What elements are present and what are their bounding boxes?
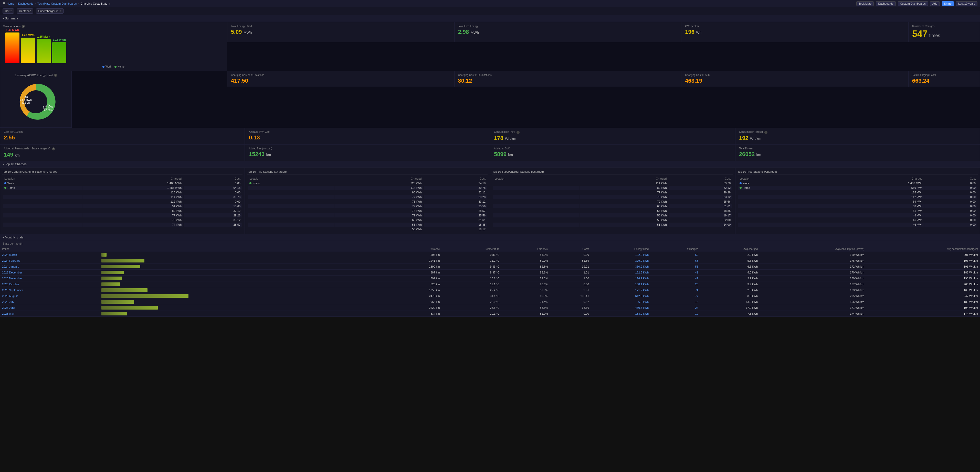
charges-link[interactable]: 41 — [695, 271, 698, 274]
add-btn[interactable]: Add — [930, 1, 940, 6]
table-row: 55 kWh19.17 — [493, 213, 732, 217]
table-row: 125 kWh0.00 — [738, 190, 977, 195]
monthly-row: 2023 May834 km20.1 °C81.9%0.00138.9 kWh1… — [0, 311, 980, 317]
energy-link[interactable]: 171.2 kWh — [635, 288, 649, 291]
info-icon-net[interactable]: i — [517, 131, 520, 134]
period-link[interactable]: 2024 February — [2, 259, 21, 262]
ac-label: AC 3.42 MWh 67.09% — [43, 103, 54, 112]
location-dot — [4, 187, 6, 189]
top10-free-card: Top 10 Free Stations (Charged) Location … — [735, 168, 980, 234]
table-row: 80 kWh32.12 — [248, 190, 487, 195]
breadcrumb-teslamate[interactable]: TeslaMate Custom Dashboards — [37, 2, 76, 5]
charges-link[interactable]: 41 — [695, 277, 698, 280]
bar-other: 1.25 MWh — [37, 35, 51, 63]
period-link[interactable]: 2023 September — [2, 288, 23, 291]
monthly-bar — [102, 306, 158, 310]
monthly-section-header[interactable]: ▾ Monthly Stats — [0, 234, 980, 241]
energy-link[interactable]: 360.9 kWh — [635, 265, 649, 268]
charges-link[interactable]: 68 — [695, 259, 698, 262]
menu-icon[interactable]: ☰ — [3, 2, 5, 5]
charges-link[interactable]: 74 — [695, 288, 698, 291]
period-link[interactable]: 2024 March — [2, 253, 17, 257]
breadcrumb-home[interactable]: Home — [7, 2, 14, 5]
energy-link[interactable]: 138.9 kWh — [635, 312, 649, 315]
pie-info-icon[interactable]: i — [54, 74, 57, 77]
energy-link[interactable]: 612.6 kWh — [635, 295, 649, 298]
monthly-table-wrapper: Period Distance Temperature Efficiency C… — [0, 246, 980, 317]
info-icon-gross[interactable]: i — [764, 131, 767, 134]
table-row: 65 kWh31.61 — [248, 218, 487, 222]
avg-kwh-cost-card: Average kWh Cost 0.13 — [245, 128, 490, 144]
table-row: 48 kWh0.00 — [738, 213, 977, 217]
star-icon[interactable]: ☆ — [109, 2, 111, 5]
car-filter[interactable]: Car ▾ — [3, 8, 14, 14]
top10-free-table: Location Charged Cost Work1,403 MWh0.00H… — [738, 176, 978, 227]
bar-chart-bars: 1.40 MWh 1.28 MWh 1.25 MWh 1.15 MWh — [3, 30, 224, 63]
cost-ac-card: Charging Cost at AC Stations 417.50 — [227, 71, 454, 87]
table-row: 114 kWh39.78 — [493, 181, 732, 185]
table-row: 75 kWh33.12 — [493, 195, 732, 199]
chart-title-text: Main locations — [3, 25, 21, 28]
monthly-bar-cell — [99, 270, 394, 276]
monthly-bar — [102, 265, 140, 268]
monthly-row: 2024 March508 km9.83 °C84.2%0.00102.0 kW… — [0, 252, 980, 258]
period-link[interactable]: 2023 December — [2, 271, 22, 274]
geofence-filter[interactable]: Geofence — [17, 8, 33, 14]
custom-dashboards-btn[interactable]: Custom Dashboards — [898, 1, 928, 6]
energy-link[interactable]: 430.3 kWh — [635, 306, 649, 309]
energy-link[interactable]: 26.9 kWh — [637, 300, 649, 303]
share-btn[interactable]: Share — [942, 1, 954, 6]
cost-100km-card: Cost per 100 km 2.55 — [0, 128, 245, 144]
timerange-btn[interactable]: Last 10 years — [956, 1, 977, 6]
top10-title: Top 10 Charges — [5, 162, 27, 166]
energy-link[interactable]: 116.9 kWh — [635, 277, 649, 280]
consumption-net-card: Consumption (net) i 178 Wh/km — [490, 128, 735, 144]
dashboards-btn[interactable]: Dashboards — [876, 1, 896, 6]
energy-link[interactable]: 108.1 kWh — [635, 283, 649, 286]
breadcrumb-dashboards[interactable]: Dashboards — [18, 2, 33, 5]
cost-dc-card: Charging Cost at DC Stations 80.12 — [454, 71, 681, 87]
pie-chart: DC 1.68 MWh 32.91% AC 3.42 MWh 67.09% — [15, 81, 56, 122]
charges-link[interactable]: 28 — [695, 283, 698, 286]
collapse-icon-2: ▾ — [3, 163, 4, 166]
period-link[interactable]: 2024 January — [2, 265, 19, 268]
summary-section-header[interactable]: ▾ Summary — [0, 15, 980, 22]
charges-link[interactable]: 50 — [695, 253, 698, 257]
charges-link[interactable]: 55 — [695, 265, 698, 268]
top10-general-card: Top 10 General Charging Stations (Charge… — [0, 168, 245, 234]
charges-link[interactable]: 13 — [695, 300, 698, 303]
charges-link[interactable]: 19 — [695, 312, 698, 315]
table-row: 72 kWh25.56 — [493, 200, 732, 204]
teslamate-btn[interactable]: TeslaMate — [856, 1, 874, 6]
period-link[interactable]: 2023 November — [2, 277, 22, 280]
top10-free-title: Top 10 Free Stations (Charged) — [738, 170, 978, 174]
chart-legend: Work Home — [3, 65, 224, 68]
table-row: Home1,285 MWh94.18 — [3, 186, 242, 190]
charges-link[interactable]: 77 — [695, 295, 698, 298]
table-row: 112 kWh0.00 — [738, 195, 977, 199]
top-bar-actions: TeslaMate Dashboards Custom Dashboards A… — [856, 1, 977, 6]
energy-link[interactable]: 162.6 kWh — [635, 271, 649, 274]
period-link[interactable]: 2023 May — [2, 312, 14, 315]
period-link[interactable]: 2023 October — [2, 283, 19, 286]
period-link[interactable]: 2023 July — [2, 300, 14, 303]
top10-paid-table: Location Charged Cost Home726 kWh94.1811… — [247, 176, 488, 232]
pie-chart-card: Summary AC/DC Energy Used i DC 1.68 MWh … — [0, 71, 72, 128]
period-link[interactable]: 2023 August — [2, 295, 18, 298]
dc-label: DC 1.68 MWh 32.91% — [20, 95, 32, 104]
info-icon-fuel[interactable]: i — [52, 147, 55, 150]
period-link[interactable]: 2023 June — [2, 306, 15, 309]
supercharger-filter[interactable]: Supercharger v3 ▾ — [36, 8, 64, 14]
info-icon[interactable]: i — [22, 25, 25, 28]
charges-link[interactable]: 24 — [695, 306, 698, 309]
energy-link[interactable]: 102.0 kWh — [635, 253, 649, 257]
summary-row4: Added at Fuenlabrada - Supercharger v3 i… — [0, 144, 980, 161]
table-row: 80 kWh32.12 — [493, 186, 732, 190]
filter-bar: Car ▾ Geofence Supercharger v3 ▾ — [0, 7, 980, 15]
top10-section-header[interactable]: ▾ Top 10 Charges — [0, 161, 980, 168]
energy-link[interactable]: 379.9 kWh — [635, 259, 649, 262]
monthly-bar-cell — [99, 305, 394, 311]
table-row: 72 kWh25.56 — [248, 213, 487, 217]
monthly-row: 2023 July953 km26.9 °C91.4%9.5226.9 kWh1… — [0, 299, 980, 305]
top-bar: ☰ Home › Dashboards › TeslaMate Custom D… — [0, 0, 980, 7]
